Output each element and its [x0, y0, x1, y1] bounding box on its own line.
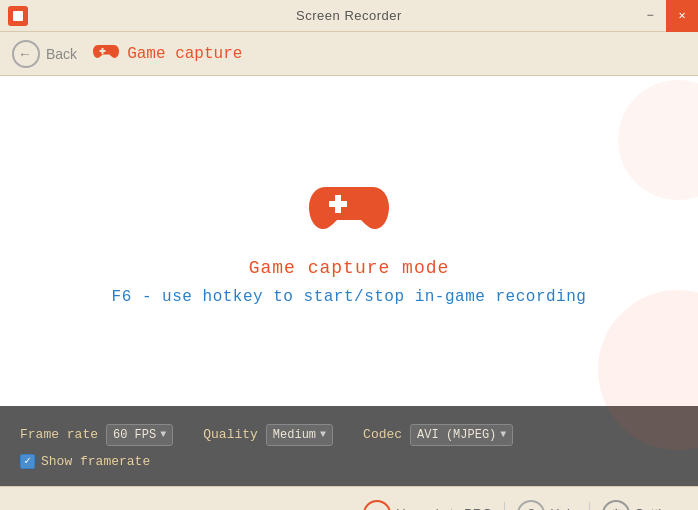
frame-rate-label: Frame rate	[20, 427, 98, 442]
gamepad-icon-large	[309, 177, 389, 242]
title-bar: Screen Recorder − ✕	[0, 0, 698, 32]
show-framerate-label: Show framerate	[41, 454, 150, 469]
quality-label: Quality	[203, 427, 258, 442]
back-arrow-icon: ←	[18, 46, 32, 62]
nav-title-section: Game capture	[93, 41, 242, 66]
quality-select[interactable]: Medium ▼	[266, 424, 333, 446]
back-label: Back	[46, 46, 77, 62]
close-button[interactable]: ✕	[666, 0, 698, 32]
mode-title: Game capture mode	[249, 258, 450, 278]
back-circle: ←	[12, 40, 40, 68]
controls-bar: Frame rate 60 FPS ▼ Quality Medium ▼ Cod…	[0, 406, 698, 486]
controls-row2: ✓ Show framerate	[20, 454, 678, 469]
hotkey-text: F6 - use hotkey to start/stop in-game re…	[112, 288, 587, 306]
app-icon-inner	[13, 11, 23, 21]
footer-separator2	[589, 502, 590, 511]
main-content: Game capture mode F6 - use hotkey to sta…	[0, 76, 698, 406]
upgrade-button[interactable]: ▲ Upgrade to PRO	[363, 500, 492, 511]
upgrade-icon: ▲	[363, 500, 391, 511]
frame-rate-arrow-icon: ▼	[160, 429, 166, 440]
minimize-button[interactable]: −	[634, 0, 666, 32]
codec-arrow-icon: ▼	[500, 429, 506, 440]
settings-button[interactable]: ⚙ Settings	[602, 500, 682, 511]
settings-icon: ⚙	[602, 500, 630, 511]
quality-value: Medium	[273, 428, 316, 442]
frame-rate-value: 60 FPS	[113, 428, 156, 442]
codec-label: Codec	[363, 427, 402, 442]
nav-title-label: Game capture	[127, 45, 242, 63]
checkbox-checkmark: ✓	[24, 456, 31, 467]
controls-row1: Frame rate 60 FPS ▼ Quality Medium ▼ Cod…	[20, 424, 678, 446]
nav-bar: ← Back Game capture	[0, 32, 698, 76]
back-button[interactable]: ← Back	[12, 40, 77, 68]
upgrade-label: Upgrade to PRO	[396, 506, 492, 510]
app-icon	[8, 6, 28, 26]
help-icon: ?	[517, 500, 545, 511]
deco-circle-top-right	[618, 80, 698, 200]
frame-rate-select[interactable]: 60 FPS ▼	[106, 424, 173, 446]
help-label: Help	[550, 506, 577, 510]
quality-arrow-icon: ▼	[320, 429, 326, 440]
show-framerate-checkbox[interactable]: ✓	[20, 454, 35, 469]
help-button[interactable]: ? Help	[517, 500, 577, 511]
title-bar-left	[0, 6, 36, 26]
window-controls: − ✕	[634, 0, 698, 32]
footer-separator	[504, 502, 505, 511]
footer: ▲ Upgrade to PRO ? Help ⚙ Settings	[0, 486, 698, 510]
codec-value: AVI (MJPEG)	[417, 428, 496, 442]
codec-select[interactable]: AVI (MJPEG) ▼	[410, 424, 513, 446]
gamepad-icon-nav	[93, 41, 119, 66]
window-title: Screen Recorder	[296, 8, 402, 23]
settings-label: Settings	[635, 506, 682, 510]
